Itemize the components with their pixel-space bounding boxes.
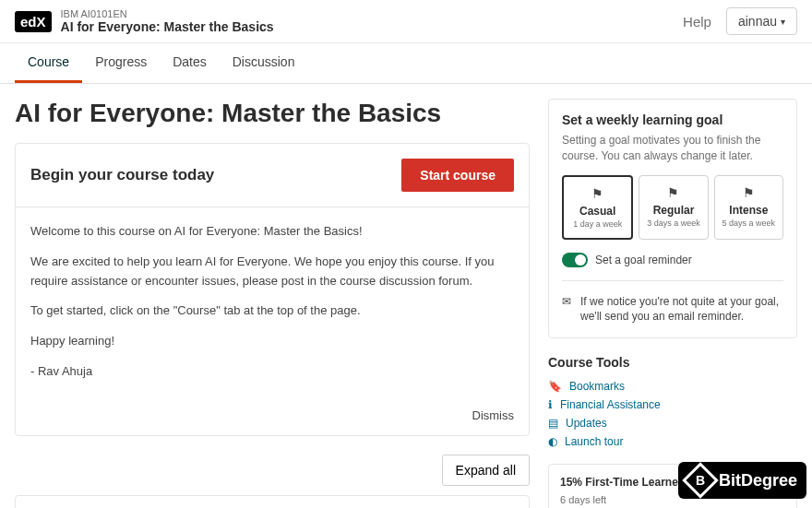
bitdegree-icon: B <box>682 462 719 499</box>
goal-title: Set a weekly learning goal <box>562 112 783 127</box>
welcome-p2: We are excited to help you learn AI for … <box>30 253 514 291</box>
sidebar: Set a weekly learning goal Setting a goa… <box>548 99 797 508</box>
goal-option-name: Casual <box>567 205 627 218</box>
welcome-card: Begin your course today Start course Wel… <box>15 143 530 436</box>
username: ainnau <box>738 14 777 29</box>
tool-bookmarks[interactable]: 🔖 Bookmarks <box>548 377 797 396</box>
tab-dates[interactable]: Dates <box>160 43 220 83</box>
tool-updates[interactable]: ▤ Updates <box>548 414 797 432</box>
goal-option-casual[interactable]: ⚑ Casual 1 day a week <box>562 175 633 240</box>
welcome-signature: - Rav Ahuja <box>30 362 514 382</box>
email-icon: ✉ <box>562 294 571 325</box>
goal-option-name: Intense <box>719 204 779 217</box>
reminder-label: Set a goal reminder <box>595 254 692 266</box>
expand-row: Expand all <box>15 455 530 486</box>
help-link[interactable]: Help <box>683 14 711 30</box>
notice-row: ✉ If we notice you're not quite at your … <box>562 294 783 325</box>
goal-option-name: Regular <box>643 204 703 217</box>
goal-option-days: 3 days a week <box>643 219 703 228</box>
tab-progress[interactable]: Progress <box>82 43 160 83</box>
goal-desc: Setting a goal motivates you to finish t… <box>562 133 783 164</box>
tool-label: Launch tour <box>565 435 623 448</box>
tool-label: Updates <box>566 417 607 430</box>
flag-icon: ⚑ <box>643 185 703 200</box>
chevron-down-icon: ▾ <box>781 17 785 27</box>
course-tools-title: Course Tools <box>548 355 797 370</box>
start-course-button[interactable]: Start course <box>401 159 514 192</box>
bitdegree-watermark: B BitDegree <box>678 462 806 499</box>
welcome-p4: Happy learning! <box>30 332 514 351</box>
dismiss-button[interactable]: Dismiss <box>472 408 515 422</box>
org-course-id: IBM AI0101EN <box>61 8 684 19</box>
expand-all-button[interactable]: Expand all <box>442 455 530 486</box>
content: AI for Everyone: Master the Basics Begin… <box>0 84 812 508</box>
info-icon: ℹ <box>548 398 553 411</box>
edx-logo[interactable]: edX <box>15 11 52 32</box>
section-welcome[interactable]: ✓ Welcome + <box>15 495 530 508</box>
page-title: AI for Everyone: Master the Basics <box>15 99 530 128</box>
goal-options: ⚑ Casual 1 day a week ⚑ Regular 3 days a… <box>562 175 783 240</box>
tour-icon: ◐ <box>548 435 557 448</box>
begin-row: Begin your course today Start course <box>16 144 529 207</box>
user-menu[interactable]: ainnau ▾ <box>726 7 797 35</box>
tool-label: Financial Assistance <box>560 398 661 411</box>
reminder-row: Set a goal reminder <box>562 253 783 281</box>
bookmark-icon: 🔖 <box>548 380 562 393</box>
reminder-toggle[interactable] <box>562 253 588 267</box>
goal-option-days: 5 days a week <box>719 219 779 228</box>
flag-icon: ⚑ <box>567 186 627 201</box>
welcome-p1: Welcome to this course on AI for Everyon… <box>30 222 514 242</box>
goal-option-intense[interactable]: ⚑ Intense 5 days a week <box>714 175 783 240</box>
header: edX IBM AI0101EN AI for Everyone: Master… <box>0 0 812 43</box>
main-column: AI for Everyone: Master the Basics Begin… <box>15 99 530 508</box>
course-meta: IBM AI0101EN AI for Everyone: Master the… <box>61 8 684 34</box>
goal-option-days: 1 day a week <box>567 219 627 229</box>
tool-launch-tour[interactable]: ◐ Launch tour <box>548 432 797 451</box>
goal-option-regular[interactable]: ⚑ Regular 3 days a week <box>639 175 708 240</box>
welcome-p3: To get started, click on the "Course" ta… <box>30 301 514 321</box>
watermark-text: BitDegree <box>719 471 797 490</box>
tool-label: Bookmarks <box>569 380 625 393</box>
notice-text: If we notice you're not quite at your go… <box>580 294 783 325</box>
course-title-header: AI for Everyone: Master the Basics <box>61 19 684 34</box>
dismiss-row: Dismiss <box>16 408 529 435</box>
welcome-body: Welcome to this course on AI for Everyon… <box>16 207 529 408</box>
tab-discussion[interactable]: Discussion <box>220 43 308 83</box>
course-tabs: Course Progress Dates Discussion <box>0 43 812 84</box>
flag-icon: ⚑ <box>719 185 779 200</box>
begin-title: Begin your course today <box>30 166 214 184</box>
tool-financial-assistance[interactable]: ℹ Financial Assistance <box>548 396 797 414</box>
newspaper-icon: ▤ <box>548 417 558 430</box>
goal-card: Set a weekly learning goal Setting a goa… <box>548 99 797 338</box>
tab-course[interactable]: Course <box>15 43 82 83</box>
